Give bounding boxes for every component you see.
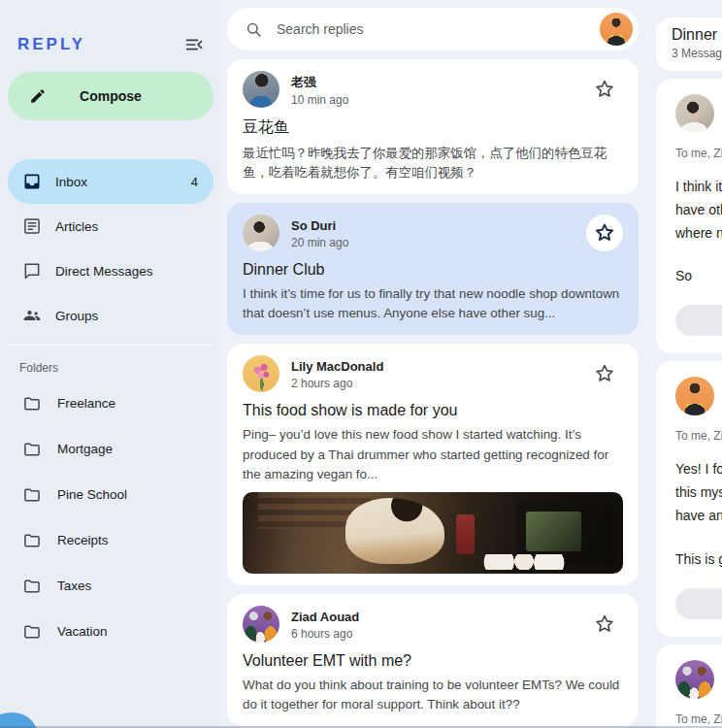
sender-avatar — [675, 660, 714, 699]
folder-icon — [22, 531, 42, 550]
email-list-column: 老强 10 min ago 豆花鱼 最近忙吗？昨晚我去了你最爱的那家饭馆，点了他… — [221, 0, 644, 728]
app-logo: REPLY — [17, 35, 85, 54]
sidebar-item-label: Articles — [55, 219, 98, 234]
message-recipients: To me, Ziad Aouad — [675, 147, 722, 160]
thumbnail-camera-screen — [526, 512, 580, 550]
thread-message: Ziad Aouad 2 min ago To me, Ziad Aouad H… — [656, 645, 722, 728]
thread-panel: Dinner Club 3 Messages So Duri 20 min ag… — [644, 0, 722, 728]
sent-time: 6 hours ago — [291, 627, 359, 641]
sidebar-item-groups[interactable]: Groups — [8, 293, 213, 338]
navigation-sidebar: REPLY Compose Inbo — [0, 0, 221, 728]
email-preview: What do you think about training to be v… — [243, 676, 623, 714]
message-body: I think it’s time for us to finally try … — [675, 176, 722, 245]
sidebar-item-receipts[interactable]: Receipts — [0, 517, 221, 563]
reply-app-window: REPLY Compose Inbo — [0, 0, 722, 728]
profile-avatar[interactable] — [600, 13, 633, 46]
message-body: Yes! I forgot about that place! I’m defi… — [675, 458, 722, 527]
email-subject: Dinner Club — [243, 261, 623, 279]
thumbnail-chef-figure — [345, 498, 444, 563]
sidebar-divider — [8, 345, 213, 346]
folder-label: Receipts — [57, 533, 109, 547]
sidebar-item-label: Inbox — [55, 175, 87, 189]
chat-bubble-icon — [22, 261, 42, 281]
pencil-icon — [29, 87, 47, 105]
thumbnail-dumplings-detail — [482, 554, 566, 571]
message-closing: So — [675, 268, 722, 283]
folder-label: Mortgage — [57, 442, 113, 456]
star-icon[interactable] — [586, 606, 623, 643]
search-input[interactable] — [277, 21, 586, 37]
email-subject: This food show is made for you — [243, 402, 623, 419]
sender-avatar — [675, 377, 714, 415]
sender-avatar — [243, 71, 279, 108]
folder-icon — [22, 440, 42, 459]
inbox-icon — [22, 172, 42, 191]
sent-time: 10 min ago — [291, 93, 348, 107]
nav-list: Inbox 4 Articles Direct Messages — [0, 159, 221, 338]
email-preview: I think it’s time for us to finally try … — [243, 284, 623, 323]
folder-list: Freelance Mortgage Pine School Receipts — [0, 381, 221, 654]
sidebar-item-inbox[interactable]: Inbox 4 — [8, 159, 213, 204]
sidebar-item-direct-messages[interactable]: Direct Messages — [8, 248, 213, 293]
sender-avatar — [675, 94, 714, 133]
sent-time: 2 hours ago — [291, 377, 383, 390]
thread-message-count: 3 Messages — [672, 47, 722, 60]
compose-button[interactable]: Compose — [8, 72, 213, 120]
message-recipients: To me, Ziad Aouad — [675, 712, 722, 726]
sidebar-item-pine-school[interactable]: Pine School — [0, 472, 221, 517]
sender-avatar — [243, 606, 279, 643]
sidebar-item-vacation[interactable]: Vacation — [0, 609, 221, 654]
sender-avatar — [243, 215, 279, 251]
email-header: Ziad Aouad 6 hours ago — [243, 606, 623, 643]
cooking-show-thumbnail — [243, 492, 623, 574]
folders-heading: Folders — [19, 361, 221, 375]
menu-open-icon[interactable] — [184, 35, 204, 54]
email-subject: Volunteer EMT with me? — [243, 652, 623, 670]
email-header: 老强 10 min ago — [243, 71, 623, 108]
thread-title: Dinner Club — [672, 26, 722, 44]
email-list-item[interactable]: Ziad Aouad 6 hours ago Volunteer EMT wit… — [227, 594, 639, 726]
star-icon[interactable] — [586, 355, 623, 392]
email-list-item[interactable]: 老强 10 min ago 豆花鱼 最近忙吗？昨晚我去了你最爱的那家饭馆，点了他… — [227, 59, 639, 194]
sidebar-item-mortgage[interactable]: Mortgage — [0, 426, 221, 472]
thumbnail-thermos-detail — [456, 514, 476, 553]
star-icon[interactable] — [586, 71, 623, 108]
message-recipients: To me, Ziad Aouad — [675, 429, 722, 443]
sender-name: So Duri — [291, 218, 336, 233]
sender-avatar — [243, 355, 279, 392]
reply-button[interactable] — [675, 588, 722, 619]
email-subject: 豆花鱼 — [243, 117, 623, 138]
brand-row: REPLY — [17, 35, 204, 54]
sent-time: 20 min ago — [291, 236, 348, 249]
search-bar — [227, 8, 639, 50]
folder-label: Vacation — [57, 624, 108, 639]
reply-button[interactable] — [675, 305, 722, 336]
search-icon — [245, 20, 263, 39]
folder-label: Freelance — [57, 396, 115, 411]
thread-message: So Duri 20 min ago To me, Ziad Aouad I t… — [656, 79, 722, 353]
sidebar-item-taxes[interactable]: Taxes — [0, 563, 221, 609]
email-header: So Duri 20 min ago — [243, 215, 623, 251]
groups-icon — [22, 306, 42, 325]
email-header: Lily MacDonald 2 hours ago — [243, 355, 623, 392]
folder-icon — [22, 622, 42, 642]
message-closing: This is going to be fun! — [675, 551, 722, 567]
thread-message: Me 4 min ago To me, Ziad Aouad Yes! I fo… — [656, 361, 722, 636]
sidebar-item-freelance[interactable]: Freelance — [0, 381, 221, 426]
email-preview: Ping– you’d love this new food show I st… — [243, 425, 623, 483]
folder-icon — [22, 394, 42, 414]
inbox-unread-count: 4 — [191, 175, 198, 189]
article-icon — [22, 216, 42, 236]
star-icon[interactable] — [586, 215, 623, 251]
thread-header: Dinner Club 3 Messages — [656, 17, 722, 71]
sender-name: Ziad Aouad — [291, 610, 359, 624]
email-list-item-selected[interactable]: So Duri 20 min ago Dinner Club I think i… — [227, 203, 639, 335]
compose-label: Compose — [80, 88, 142, 104]
folder-icon — [22, 577, 42, 596]
sender-name: Lily MacDonald — [291, 359, 383, 374]
folder-label: Pine School — [57, 487, 127, 502]
email-list-item[interactable]: Lily MacDonald 2 hours ago This food sho… — [227, 344, 639, 584]
email-preview: 最近忙吗？昨晚我去了你最爱的那家饭馆，点了他们的特色豆花鱼，吃着吃着就想你了。有… — [243, 144, 623, 182]
sidebar-item-label: Groups — [55, 309, 98, 323]
sidebar-item-articles[interactable]: Articles — [8, 204, 213, 248]
